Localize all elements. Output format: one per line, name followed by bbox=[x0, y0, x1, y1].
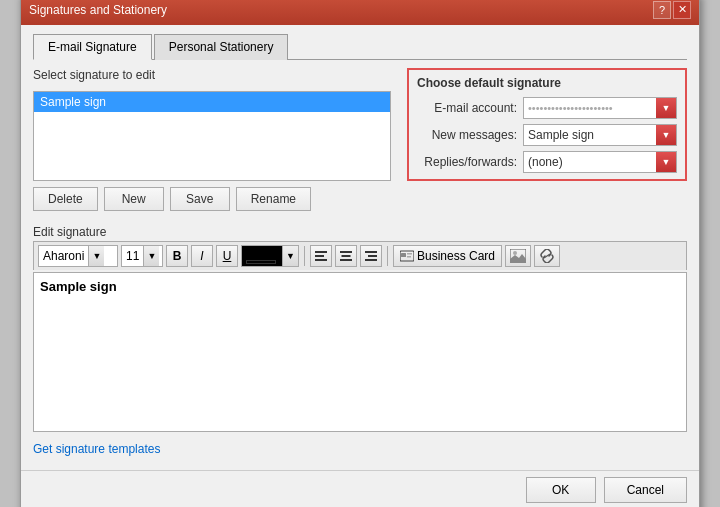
new-messages-label: New messages: bbox=[417, 128, 517, 142]
signature-editor[interactable]: Sample sign bbox=[33, 272, 687, 432]
align-left-button[interactable] bbox=[310, 245, 332, 267]
align-center-button[interactable] bbox=[335, 245, 357, 267]
edit-signature-section: Edit signature Aharoni ▼ 11 ▼ B I U bbox=[33, 221, 687, 432]
business-card-button[interactable]: Business Card bbox=[393, 245, 502, 267]
svg-rect-4 bbox=[342, 255, 351, 257]
svg-rect-5 bbox=[340, 259, 352, 261]
align-right-button[interactable] bbox=[360, 245, 382, 267]
svg-point-14 bbox=[513, 251, 517, 255]
select-sig-label: Select signature to edit bbox=[33, 68, 391, 82]
svg-rect-8 bbox=[365, 259, 377, 261]
insert-picture-icon bbox=[510, 249, 526, 263]
close-button[interactable]: ✕ bbox=[673, 1, 691, 19]
save-button[interactable]: Save bbox=[170, 187, 230, 211]
email-account-arrow[interactable] bbox=[656, 98, 676, 118]
font-size-select[interactable]: 11 ▼ bbox=[121, 245, 163, 267]
replies-forwards-dropdown[interactable]: (none) bbox=[523, 151, 677, 173]
font-name-arrow[interactable]: ▼ bbox=[88, 246, 104, 266]
signature-toolbar: Aharoni ▼ 11 ▼ B I U bbox=[33, 241, 687, 270]
rename-button[interactable]: Rename bbox=[236, 187, 311, 211]
color-picker[interactable]: ▼ bbox=[241, 245, 299, 267]
insert-link-icon bbox=[539, 249, 555, 263]
font-size-arrow[interactable]: ▼ bbox=[143, 246, 159, 266]
svg-rect-7 bbox=[368, 255, 377, 257]
svg-rect-1 bbox=[315, 255, 324, 257]
help-button[interactable]: ? bbox=[653, 1, 671, 19]
business-card-label: Business Card bbox=[417, 249, 495, 263]
choose-default-title: Choose default signature bbox=[417, 76, 677, 90]
font-name-text: Aharoni bbox=[41, 249, 86, 263]
tab-personal-stationery[interactable]: Personal Stationery bbox=[154, 34, 289, 60]
new-messages-value: Sample sign bbox=[524, 126, 656, 144]
italic-button[interactable]: I bbox=[191, 245, 213, 267]
replies-forwards-label: Replies/forwards: bbox=[417, 155, 517, 169]
svg-rect-10 bbox=[401, 253, 406, 257]
color-underline bbox=[246, 260, 276, 264]
ok-button[interactable]: OK bbox=[526, 477, 596, 503]
separator-1 bbox=[304, 246, 305, 266]
svg-marker-15 bbox=[510, 254, 526, 263]
signature-content[interactable]: Sample sign bbox=[40, 279, 117, 294]
replies-forwards-value: (none) bbox=[524, 153, 656, 171]
font-size-text: 11 bbox=[124, 249, 141, 263]
new-messages-row: New messages: Sample sign bbox=[417, 124, 677, 146]
tabs: E-mail Signature Personal Stationery bbox=[33, 33, 687, 60]
dialog-content: E-mail Signature Personal Stationery Sel… bbox=[21, 25, 699, 468]
bold-button[interactable]: B bbox=[166, 245, 188, 267]
align-center-icon bbox=[340, 250, 352, 262]
email-account-label: E-mail account: bbox=[417, 101, 517, 115]
cancel-button[interactable]: Cancel bbox=[604, 477, 687, 503]
email-account-value: •••••••••••••••••••••• bbox=[524, 100, 656, 116]
signature-list[interactable]: Sample sign bbox=[33, 91, 391, 181]
dialog-footer: OK Cancel bbox=[21, 470, 699, 508]
main-area: Select signature to edit Sample sign Del… bbox=[33, 68, 687, 211]
align-left-icon bbox=[315, 250, 327, 262]
color-arrow[interactable]: ▼ bbox=[282, 246, 298, 266]
svg-rect-12 bbox=[407, 256, 411, 258]
new-messages-arrow[interactable] bbox=[656, 125, 676, 145]
replies-forwards-arrow[interactable] bbox=[656, 152, 676, 172]
templates-link[interactable]: Get signature templates bbox=[33, 442, 687, 456]
new-button[interactable]: New bbox=[104, 187, 164, 211]
delete-button[interactable]: Delete bbox=[33, 187, 98, 211]
insert-picture-button[interactable] bbox=[505, 245, 531, 267]
svg-rect-11 bbox=[407, 253, 412, 255]
svg-rect-0 bbox=[315, 251, 327, 253]
email-account-dropdown[interactable]: •••••••••••••••••••••• bbox=[523, 97, 677, 119]
dialog-title: Signatures and Stationery bbox=[29, 3, 167, 17]
underline-button[interactable]: U bbox=[216, 245, 238, 267]
edit-signature-label: Edit signature bbox=[33, 225, 687, 239]
color-swatch[interactable] bbox=[242, 246, 282, 266]
align-right-icon bbox=[365, 250, 377, 262]
svg-rect-6 bbox=[365, 251, 377, 253]
right-panel: Choose default signature E-mail account:… bbox=[407, 68, 687, 211]
font-name-select[interactable]: Aharoni ▼ bbox=[38, 245, 118, 267]
svg-rect-3 bbox=[340, 251, 352, 253]
signatures-stationery-dialog: Signatures and Stationery ? ✕ E-mail Sig… bbox=[20, 0, 700, 507]
signature-buttons: Delete New Save Rename bbox=[33, 187, 391, 211]
left-panel: Select signature to edit Sample sign Del… bbox=[33, 68, 391, 211]
separator-2 bbox=[387, 246, 388, 266]
tab-email-signature[interactable]: E-mail Signature bbox=[33, 34, 152, 60]
email-account-row: E-mail account: •••••••••••••••••••••• bbox=[417, 97, 677, 119]
list-item[interactable]: Sample sign bbox=[34, 92, 390, 112]
svg-rect-2 bbox=[315, 259, 327, 261]
new-messages-dropdown[interactable]: Sample sign bbox=[523, 124, 677, 146]
replies-forwards-row: Replies/forwards: (none) bbox=[417, 151, 677, 173]
insert-link-button[interactable] bbox=[534, 245, 560, 267]
business-card-icon bbox=[400, 250, 414, 262]
choose-default-box: Choose default signature E-mail account:… bbox=[407, 68, 687, 181]
title-bar-buttons: ? ✕ bbox=[653, 1, 691, 19]
title-bar: Signatures and Stationery ? ✕ bbox=[21, 0, 699, 25]
